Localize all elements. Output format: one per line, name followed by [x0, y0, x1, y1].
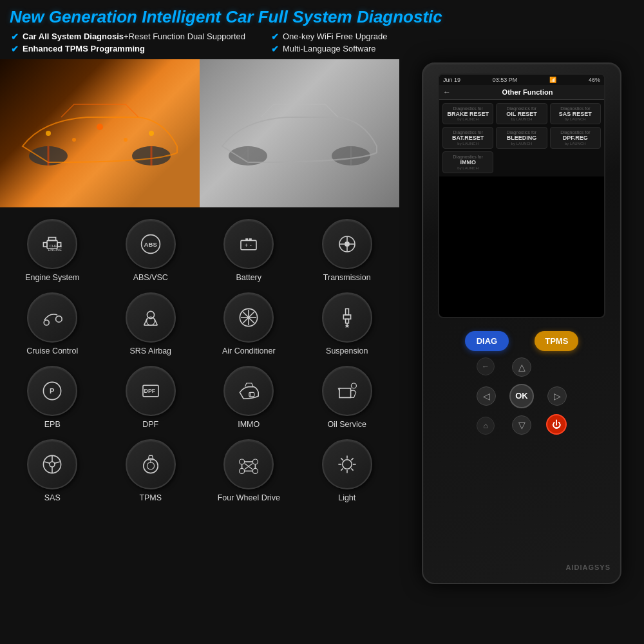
- icon-label-3: Transmission: [323, 273, 371, 282]
- screen-btn-label-6: IMMO: [460, 159, 476, 166]
- svg-line-78: [351, 468, 353, 470]
- icon-circle-0[interactable]: CHECKENGINE: [27, 219, 77, 269]
- svg-line-56: [54, 462, 60, 463]
- icon-circle-14[interactable]: [223, 439, 274, 489]
- svg-point-26: [345, 242, 350, 247]
- screen-btn-0[interactable]: Diagnostics for BRAKE RESET by LAUNCH: [442, 103, 493, 125]
- svg-line-75: [341, 458, 343, 460]
- check-icon-2: ✔: [11, 44, 19, 54]
- icon-item-oil-service: Oil Service: [298, 361, 397, 434]
- icon-item-cruise-control: Cruise Control: [3, 287, 102, 361]
- nav-left-button[interactable]: ◁: [477, 386, 496, 406]
- screen-btn-by-6: by LAUNCH: [457, 166, 478, 170]
- icon-circle-10[interactable]: [223, 366, 274, 416]
- car-left-half: [0, 59, 200, 207]
- feature-text-2: Enhanced TPMS Programming: [23, 44, 145, 53]
- svg-text:P: P: [50, 387, 55, 395]
- screen-btn-label-0: BRAKE RESET: [447, 111, 489, 118]
- icon-label-11: Oil Service: [328, 420, 366, 429]
- screen-btn-2[interactable]: Diagnostics for SAS RESET by LAUNCH: [550, 103, 601, 125]
- feature-item-4: ✔ Multi-Language Software: [271, 44, 388, 54]
- icon-label-9: DPF: [142, 420, 158, 429]
- screen-btn-1[interactable]: Diagnostics for OIL RESET by LAUNCH: [496, 103, 547, 125]
- check-icon-3: ✔: [271, 32, 279, 42]
- feature-text-3: One-key WiFi Free Upgrade: [283, 32, 388, 41]
- feature-item-3: ✔ One-key WiFi Free Upgrade: [271, 32, 388, 42]
- icon-item-suspension: Suspension: [298, 287, 397, 361]
- svg-point-50: [351, 383, 356, 388]
- icon-circle-12[interactable]: [27, 439, 77, 489]
- main-container: New Generation Intelligent Car Full Syst…: [0, 0, 644, 644]
- icon-label-5: SRS Airbag: [129, 346, 171, 355]
- icon-circle-6[interactable]: [223, 292, 274, 343]
- icon-label-15: Light: [338, 493, 355, 502]
- icon-label-4: Cruise Control: [26, 346, 78, 355]
- icon-circle-7[interactable]: [322, 292, 372, 343]
- power-button[interactable]: ⏻: [546, 414, 567, 435]
- left-panel: CHECKENGINEEngine SystemABSABS/VSC+ -Bat…: [0, 59, 399, 587]
- screen-date: Jun 19: [443, 77, 460, 83]
- screen-btn-5[interactable]: Diagnostics for DPF.REG by LAUNCH: [550, 127, 601, 149]
- icon-label-0: Engine System: [25, 273, 79, 282]
- nav-up-button[interactable]: △: [512, 357, 531, 377]
- svg-point-4: [46, 131, 51, 136]
- nav-right-button[interactable]: ▷: [547, 386, 567, 406]
- screen-status-bar: Jun 19 03:53 PM 📶 46%: [439, 75, 604, 85]
- screen-btn-3[interactable]: Diagnostics for BAT.RESET by LAUNCH: [442, 127, 493, 149]
- screen-btn-by-1: by LAUNCH: [511, 117, 533, 121]
- svg-point-7: [72, 138, 76, 142]
- screen-btn-label-3: BAT.RESET: [452, 135, 484, 142]
- svg-point-63: [253, 468, 258, 473]
- svg-rect-23: [249, 238, 252, 240]
- screen-btn-label-1: OIL RESET: [506, 111, 536, 118]
- screen-back-btn[interactable]: ←: [443, 88, 451, 97]
- nav-home-button[interactable]: ⌂: [477, 417, 495, 435]
- icon-item-battery: + -Battery: [200, 214, 298, 287]
- svg-rect-14: [44, 242, 48, 246]
- icon-circle-11[interactable]: [322, 366, 372, 416]
- screen-btn-by-3: by LAUNCH: [457, 142, 478, 146]
- svg-point-70: [343, 459, 352, 468]
- diag-button[interactable]: DIAG: [465, 331, 509, 351]
- icon-label-14: Four Wheel Drive: [218, 493, 280, 502]
- screen-btn-diag-6: Diagnostics for: [453, 155, 483, 159]
- icon-circle-5[interactable]: [126, 292, 176, 343]
- svg-rect-40: [345, 308, 348, 315]
- icon-circle-13[interactable]: !: [126, 439, 176, 489]
- screen-btn-6[interactable]: Diagnostics for IMMO by LAUNCH: [442, 151, 493, 173]
- screen-time: 03:53 PM: [493, 77, 518, 83]
- icon-item-light: Light: [298, 434, 397, 507]
- svg-text:DPF: DPF: [144, 388, 155, 394]
- car-right-half: [200, 59, 399, 207]
- nav-down-button[interactable]: ▽: [512, 415, 531, 435]
- feature-text-1: Car All System Diagnosis+Reset Function …: [23, 32, 245, 41]
- screen-title: Other Function: [455, 88, 600, 96]
- nav-ok-button[interactable]: OK: [509, 384, 534, 408]
- svg-point-61: [253, 459, 258, 464]
- check-icon-4: ✔: [271, 44, 279, 54]
- features-left: ✔ Car All System Diagnosis+Reset Functio…: [11, 32, 245, 54]
- svg-point-52: [50, 462, 55, 467]
- icon-circle-3[interactable]: [322, 219, 372, 269]
- icon-circle-4[interactable]: [27, 292, 77, 343]
- svg-point-60: [240, 459, 245, 464]
- page-title: New Generation Intelligent Car Full Syst…: [10, 8, 634, 26]
- svg-point-5: [97, 124, 103, 130]
- svg-rect-41: [343, 315, 350, 319]
- icon-item-air-conditioner: Air Conditioner: [200, 287, 298, 361]
- check-icon-1: ✔: [11, 32, 19, 42]
- brand-label: AIDIAGSYS: [565, 564, 611, 571]
- icon-circle-2[interactable]: + -: [223, 219, 274, 269]
- nav-back-button[interactable]: ←: [477, 357, 495, 375]
- icon-label-12: SAS: [44, 493, 61, 502]
- icon-circle-8[interactable]: P: [27, 366, 77, 416]
- tpms-button[interactable]: TPMS: [535, 331, 578, 351]
- icon-circle-1[interactable]: ABS: [126, 219, 176, 269]
- screen-title-bar: ← Other Function: [439, 85, 604, 100]
- screen-btn-4[interactable]: Diagnostics for BLEEDING by LAUNCH: [496, 127, 547, 149]
- screen-btn-by-0: by LAUNCH: [457, 117, 478, 121]
- icon-circle-15[interactable]: [322, 439, 372, 489]
- icon-circle-9[interactable]: DPF: [126, 366, 176, 416]
- diag-tpms-row: DIAG TPMS: [465, 331, 579, 351]
- svg-line-55: [44, 462, 50, 463]
